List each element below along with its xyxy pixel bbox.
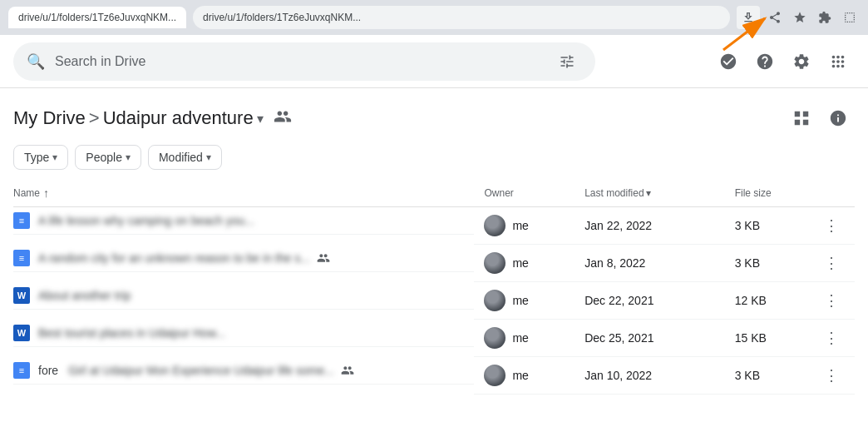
browser-icons [737, 6, 860, 29]
breadcrumb-current[interactable]: Udaipur adventure ▾ [103, 107, 264, 129]
file-name-cell: fore Girl at Udaipur Mon Experience Udai… [38, 364, 464, 377]
apps-button[interactable] [821, 45, 855, 78]
file-name: A random city for an unknown reason to b… [38, 251, 310, 265]
grid-view-button[interactable] [785, 102, 818, 135]
address-bar[interactable]: drive/u/1/folders/1Tz6eJuvxqNKM... [193, 6, 730, 29]
last-modified-cell: Jan 10, 2022 [575, 357, 724, 395]
header-right [712, 45, 855, 78]
owner-name: me [512, 256, 528, 270]
more-options-button[interactable]: ⋮ [818, 287, 845, 314]
people-filter-label: People [86, 151, 122, 164]
avatar [484, 365, 506, 386]
avatar [484, 290, 506, 311]
more-options-button[interactable]: ⋮ [818, 325, 845, 351]
more-options-cell[interactable]: ⋮ [808, 357, 855, 395]
owner-name: me [512, 219, 528, 232]
file-type-icon: W [13, 287, 30, 304]
modified-filter-chip[interactable]: Modified ▾ [148, 145, 222, 170]
breadcrumb-root[interactable]: My Drive [13, 107, 86, 129]
people-filter-arrow: ▾ [126, 151, 131, 163]
star-browser-icon[interactable] [790, 7, 810, 27]
owner-name: me [512, 331, 528, 345]
filter-options-button[interactable] [552, 47, 582, 77]
owner-cell: me [474, 207, 575, 245]
owner-cell: me [474, 357, 575, 395]
type-filter-label: Type [24, 151, 49, 164]
file-name: Girl at Udaipur Mon Experience Udaipur l… [68, 364, 334, 377]
search-bar[interactable]: 🔍 Search in Drive [13, 42, 595, 81]
owner-cell: me [474, 282, 575, 320]
table-row[interactable]: W Best tourist places in Udaipur How... … [13, 320, 855, 357]
last-modified-cell: Dec 22, 2021 [575, 282, 724, 320]
more-options-button[interactable]: ⋮ [818, 212, 845, 239]
breadcrumb-chevron-icon: ▾ [257, 111, 264, 127]
more-options-button[interactable]: ⋮ [818, 362, 845, 389]
app-header: 🔍 Search in Drive [0, 35, 868, 88]
breadcrumb-separator: > [89, 107, 100, 129]
browser-bar: drive/u/1/folders/1Tz6eJuvxqNKM... drive… [0, 0, 868, 35]
file-name: Best tourist places in Udaipur How... [38, 326, 225, 340]
file-size-cell: 15 KB [725, 320, 808, 357]
more-options-cell[interactable]: ⋮ [808, 245, 855, 282]
more-options-button[interactable]: ⋮ [818, 250, 845, 276]
search-placeholder: Search in Drive [55, 54, 542, 69]
name-column-header: Name ↑ [13, 186, 464, 200]
table-row[interactable]: ≡ A random city for an unknown reason to… [13, 245, 855, 282]
avatar [484, 215, 506, 236]
extension-browser-icon[interactable] [815, 7, 835, 27]
file-name-cell: About another trip [38, 289, 464, 302]
file-size-cell: 12 KB [725, 282, 808, 320]
filter-row: Type ▾ People ▾ Modified ▾ [13, 145, 855, 180]
file-name-cell: A life lesson why camping on beach you..… [38, 214, 464, 227]
breadcrumb: My Drive > Udaipur adventure ▾ [13, 88, 855, 145]
type-filter-arrow: ▾ [52, 151, 57, 163]
avatar [484, 252, 506, 274]
owner-name: me [512, 294, 528, 307]
info-button[interactable] [821, 102, 855, 135]
name-sort-icon[interactable]: ↑ [43, 186, 49, 200]
file-type-icon: ≡ [13, 250, 30, 266]
last-modified-column-header[interactable]: Last modified ▾ [584, 187, 714, 199]
file-name: A life lesson why camping on beach you..… [38, 214, 254, 227]
table-row[interactable]: ≡ fore Girl at Udaipur Mon Experience Ud… [13, 357, 855, 395]
more-options-cell[interactable]: ⋮ [808, 207, 855, 245]
table-row[interactable]: W About another trip me Dec 22, 2021 12 … [13, 282, 855, 320]
last-modified-cell: Dec 25, 2021 [575, 320, 724, 357]
sidebar-browser-icon[interactable] [840, 7, 860, 27]
modified-filter-label: Modified [159, 151, 203, 164]
help-button[interactable] [748, 45, 782, 78]
file-name-cell: A random city for an unknown reason to b… [38, 251, 464, 265]
view-icons [785, 102, 855, 135]
settings-button[interactable] [785, 45, 818, 78]
file-type-icon: W [13, 325, 30, 341]
owner-cell: me [474, 320, 575, 357]
table-row[interactable]: ≡ A life lesson why camping on beach you… [13, 207, 855, 245]
check-circle-button[interactable] [712, 45, 745, 78]
modified-filter-arrow: ▾ [206, 151, 211, 163]
more-options-cell[interactable]: ⋮ [808, 282, 855, 320]
file-size-cell: 3 KB [725, 357, 808, 395]
file-name-cell: Best tourist places in Udaipur How... [38, 326, 464, 340]
more-options-cell[interactable]: ⋮ [808, 320, 855, 357]
file-size-column-header: File size [725, 180, 808, 207]
download-browser-icon[interactable] [737, 6, 760, 29]
file-name: About another trip [38, 289, 131, 302]
file-size-cell: 3 KB [725, 245, 808, 282]
file-type-icon: ≡ [13, 212, 30, 229]
owner-cell: me [474, 245, 575, 282]
owner-name: me [512, 369, 528, 382]
people-filter-chip[interactable]: People ▾ [75, 145, 141, 170]
shared-folder-icon[interactable] [274, 107, 292, 130]
type-filter-chip[interactable]: Type ▾ [13, 145, 68, 170]
file-table: Name ↑ Owner Last modified ▾ File size ≡ [13, 180, 855, 395]
last-modified-cell: Jan 22, 2022 [575, 207, 724, 245]
share-browser-icon[interactable] [765, 7, 785, 27]
search-icon: 🔍 [27, 52, 45, 71]
main-content: My Drive > Udaipur adventure ▾ Type ▾ Pe… [0, 88, 868, 395]
file-type-icon: ≡ [13, 362, 30, 379]
last-modified-cell: Jan 8, 2022 [575, 245, 724, 282]
avatar [484, 327, 506, 349]
owner-column-header: Owner [474, 180, 575, 207]
file-size-cell: 3 KB [725, 207, 808, 245]
browser-tab[interactable]: drive/u/1/folders/1Tz6eJuvxqNKM... [8, 7, 186, 28]
